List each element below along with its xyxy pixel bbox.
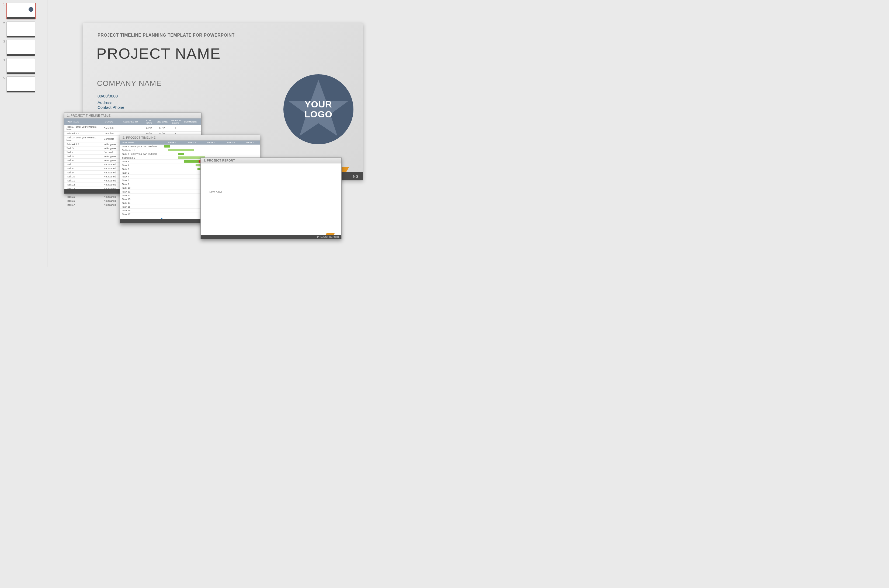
slide-thumb-2[interactable] [6,21,35,38]
slide-thumb-3[interactable] [6,40,35,56]
slide-thumbnail-panel: 1 2 3 4 5 [0,0,47,267]
contact-placeholder: Contact Phone [98,105,124,110]
thumb-num-2: 2 [2,21,5,25]
address-placeholder: Address [98,100,112,105]
gantt-row: Task 2 - enter your own text here [120,152,260,156]
thumb-num-5: 5 [2,76,5,80]
card3-footer: PROJECT REPORT [201,235,341,239]
gantt-row: Subtask 1.1 [120,148,260,152]
gantt-row: Task 1 - enter your own text here [120,145,260,148]
date-placeholder: 00/00/0000 [98,94,118,98]
slide-thumb-5[interactable] [6,76,35,93]
thumb-num-4: 4 [2,58,5,62]
slide-thumb-1[interactable] [6,3,36,20]
slide-thumb-4[interactable] [6,58,35,74]
table-row: Task 1 - enter your own text hereComplet… [65,125,201,132]
company-name: COMPANY NAME [97,79,162,88]
project-name: PROJECT NAME [96,45,221,62]
gantt-header: TASK NAMEWEEK 1WEEK 2WEEK 3WEEK 4WEEK 5 [120,141,260,145]
card2-title: 2. PROJECT TIMELINE [120,135,260,141]
card1-title: 1. PROJECT TIMELINE TABLE [65,113,201,118]
logo-placeholder: YOURLOGO [283,74,353,144]
report-body-placeholder: Text here ... [201,164,341,221]
thumb-num-1: 1 [2,3,5,6]
template-header: PROJECT TIMELINE PLANNING TEMPLATE FOR P… [98,33,235,38]
thumb-num-3: 3 [2,40,5,43]
card3-title: 3. PROJECT REPORT [201,158,341,164]
report-card[interactable]: 3. PROJECT REPORT Text here ... PROJECT … [200,158,341,239]
